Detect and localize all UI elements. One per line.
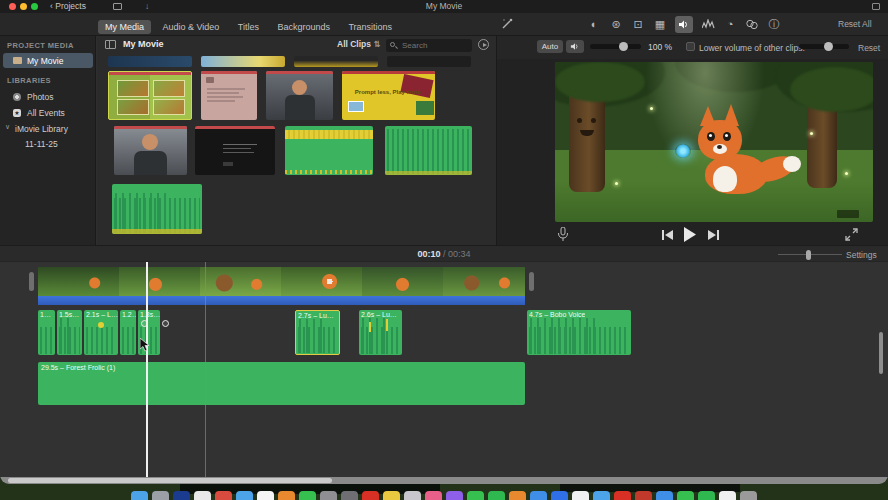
timeline-settings-button[interactable]: Settings	[846, 250, 877, 260]
media-thumbnail-notes[interactable]	[201, 71, 257, 120]
media-thumbnail-fox-grid[interactable]	[108, 71, 192, 120]
timeline-audio-clip-selected[interactable]: 2.7s – Lu…	[295, 310, 340, 355]
dock-app-icon[interactable]	[173, 491, 190, 500]
timeline-video-thumbnail[interactable]	[362, 267, 443, 296]
dock-app-icon[interactable]	[551, 491, 568, 500]
tab-backgrounds[interactable]: Backgrounds	[270, 20, 337, 34]
media-thumbnail-audio-3[interactable]	[112, 184, 202, 234]
dock-app-icon[interactable]	[194, 491, 211, 500]
stabilization-icon[interactable]: ▦	[651, 16, 669, 33]
continuous-playback-icon[interactable]	[478, 39, 489, 50]
dock-app-icon[interactable]	[509, 491, 526, 500]
dock-app-icon[interactable]	[320, 491, 337, 500]
ducking-slider[interactable]	[799, 44, 849, 49]
timeline-vertical-scrollbar[interactable]	[879, 332, 883, 374]
dock-app-icon[interactable]	[425, 491, 442, 500]
dock-app-icon[interactable]	[488, 491, 505, 500]
lower-volume-checkbox[interactable]	[686, 42, 695, 51]
auto-volume-button[interactable]: Auto	[537, 40, 563, 53]
dock-app-icon[interactable]	[446, 491, 463, 500]
timeline-music-clip[interactable]: 29.5s – Forest Frolic (1)	[38, 362, 525, 405]
dock-app-icon[interactable]	[698, 491, 715, 500]
dock-app-icon[interactable]	[257, 491, 274, 500]
play-button-icon[interactable]	[683, 227, 697, 242]
dock-app-icon[interactable]	[719, 491, 736, 500]
horizontal-scroll-thumb[interactable]	[8, 478, 332, 483]
timeline-video-thumbnail[interactable]	[443, 267, 525, 296]
crop-icon[interactable]: ⊡	[629, 16, 647, 33]
clip-edge-handle[interactable]	[529, 272, 534, 291]
reset-all-button[interactable]: Reset All	[838, 19, 872, 29]
dock-app-icon[interactable]	[530, 491, 547, 500]
timeline-horizontal-scrollbar[interactable]	[0, 477, 888, 484]
timeline-audio-clip[interactable]: 1…	[38, 310, 55, 355]
next-frame-icon[interactable]	[707, 230, 719, 240]
dock-app-icon[interactable]	[677, 491, 694, 500]
sidebar-item-photos[interactable]: Photos	[3, 90, 93, 104]
info-icon[interactable]: ⓘ	[765, 16, 783, 33]
volume-icon[interactable]	[675, 16, 693, 33]
filters-icon[interactable]	[743, 16, 761, 33]
timeline-video-thumbnail[interactable]	[38, 267, 119, 296]
volume-slider-thumb[interactable]	[619, 42, 628, 51]
back-to-projects-button[interactable]: ‹ Projects	[50, 0, 86, 13]
timeline-zoom-slider[interactable]	[778, 254, 842, 255]
fade-handle[interactable]	[162, 320, 169, 327]
media-thumbnail-webcam[interactable]	[114, 126, 187, 175]
color-correction-icon[interactable]: ⊛	[607, 16, 625, 33]
fullscreen-icon[interactable]	[845, 228, 858, 241]
media-thumbnail[interactable]	[387, 56, 471, 67]
tab-transitions[interactable]: Transitions	[341, 20, 399, 34]
dock-app-icon[interactable]	[131, 491, 148, 500]
media-thumbnail[interactable]	[201, 56, 285, 67]
import-media-icon[interactable]: ↓	[145, 0, 149, 13]
timeline-zoom-thumb[interactable]	[806, 250, 811, 260]
dock-app-icon[interactable]	[299, 491, 316, 500]
media-thumbnail-promo[interactable]: Prompt less, Play more	[342, 71, 435, 120]
voiceover-mic-icon[interactable]	[557, 227, 569, 242]
sidebar-item-my-movie[interactable]: My Movie	[3, 53, 93, 68]
tab-my-media[interactable]: My Media	[98, 20, 151, 34]
noise-reduction-icon[interactable]	[699, 16, 717, 33]
dock-app-icon[interactable]	[614, 491, 631, 500]
tab-titles[interactable]: Titles	[231, 20, 266, 34]
close-window-button[interactable]	[9, 3, 16, 10]
dock-app-icon[interactable]	[278, 491, 295, 500]
dock-app-icon[interactable]	[740, 491, 757, 500]
volume-slider[interactable]	[590, 44, 641, 49]
clip-filter-dropdown[interactable]: All Clips ⇅	[337, 39, 381, 49]
media-thumbnail-audio-1[interactable]	[285, 126, 373, 175]
timeline-video-thumbnail[interactable]	[281, 267, 362, 296]
zoom-window-button[interactable]	[31, 3, 38, 10]
dock-app-icon[interactable]	[656, 491, 673, 500]
preview-video[interactable]	[555, 62, 873, 222]
share-icon[interactable]	[872, 3, 880, 10]
timeline-audio-clip[interactable]: 1.5s…	[57, 310, 82, 355]
timeline-video-thumbnail[interactable]	[200, 267, 281, 296]
enhance-wand-icon[interactable]	[500, 17, 514, 31]
sidebar-item-all-events[interactable]: ★ All Events	[3, 106, 93, 120]
playhead[interactable]	[146, 262, 148, 477]
tab-audio-video[interactable]: Audio & Video	[155, 20, 226, 34]
dock-app-icon[interactable]	[362, 491, 379, 500]
minimize-window-button[interactable]	[20, 3, 27, 10]
dock-app-icon[interactable]	[152, 491, 169, 500]
dock-app-icon[interactable]	[383, 491, 400, 500]
sidebar-item-event[interactable]: 11-11-25	[3, 137, 93, 151]
media-thumbnail-audio-2[interactable]	[385, 126, 472, 175]
dock-app-icon[interactable]	[635, 491, 652, 500]
dock-app-icon[interactable]	[215, 491, 232, 500]
sidebar-item-imovie-library[interactable]: ∨ iMovie Library	[3, 122, 93, 136]
previous-frame-icon[interactable]	[662, 230, 674, 240]
media-thumbnail[interactable]	[294, 56, 378, 67]
dock-app-icon[interactable]	[404, 491, 421, 500]
search-field[interactable]	[386, 39, 472, 52]
media-thumbnail-terminal[interactable]	[195, 126, 275, 175]
dock-app-icon[interactable]	[341, 491, 358, 500]
timeline-audio-clip[interactable]: 1.2…	[120, 310, 136, 355]
clip-edge-handle[interactable]	[29, 272, 34, 291]
media-thumbnail[interactable]	[108, 56, 192, 67]
speed-icon[interactable]: ◔	[721, 16, 739, 33]
dock-app-icon[interactable]	[467, 491, 484, 500]
timeline-audio-clip[interactable]: 4.7s – Bobo Voice	[527, 310, 631, 355]
